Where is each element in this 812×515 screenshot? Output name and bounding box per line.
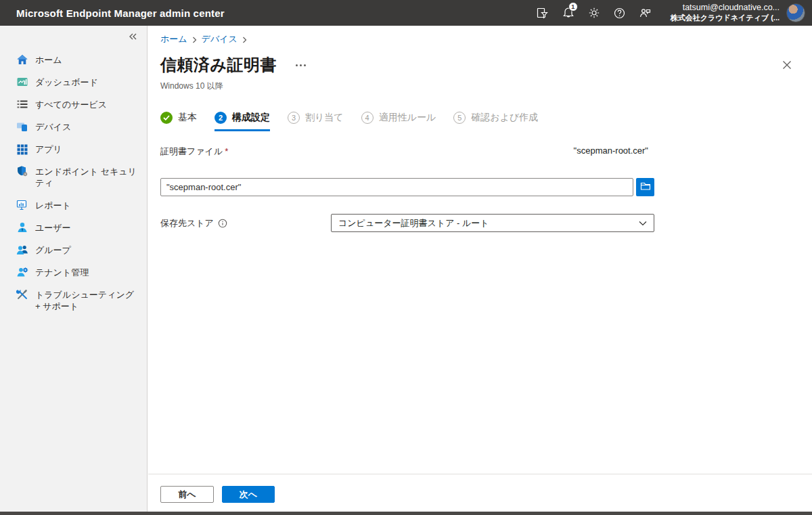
avatar[interactable] — [786, 3, 805, 22]
troubleshooting-icon — [16, 288, 28, 300]
sidebar-item-home[interactable]: ホーム — [0, 49, 147, 71]
tab-review-create[interactable]: 5 確認および作成 — [453, 112, 538, 131]
tab-basics[interactable]: 基本 — [160, 112, 197, 131]
required-marker: * — [225, 146, 228, 156]
destination-store-select[interactable]: コンピューター証明書ストア - ルート — [331, 214, 654, 232]
sidebar-item-label: トラブルシューティング + サポート — [35, 289, 140, 312]
groups-icon — [16, 244, 28, 256]
breadcrumb: ホーム デバイス — [160, 33, 812, 45]
tenant-admin-icon — [16, 266, 28, 278]
user-email: tatsumi@cloudnative.co... — [671, 3, 780, 14]
app-window: Microsoft Endpoint Manager admin center — [0, 0, 812, 515]
endpoint-security-icon — [16, 165, 28, 177]
step-number: 4 — [361, 112, 374, 124]
help-button[interactable] — [607, 0, 633, 26]
topbar: Microsoft Endpoint Manager admin center — [0, 0, 812, 26]
certificate-file-label: 証明書ファイル* — [160, 145, 228, 158]
destination-store-value: コンピューター証明書ストア - ルート — [338, 217, 489, 229]
sidebar-item-groups[interactable]: グループ — [0, 239, 147, 261]
sidebar: ホーム ダッシュボード すべてのサービス デバイス — [0, 26, 148, 512]
page-title: 信頼済み証明書 — [160, 54, 277, 76]
sidebar-item-label: エンドポイント セキュリティ — [35, 166, 140, 189]
step-number: 5 — [453, 112, 466, 124]
directory-filter-button[interactable] — [530, 0, 556, 26]
gear-icon — [588, 7, 600, 19]
sidebar-item-troubleshooting[interactable]: トラブルシューティング + サポート — [0, 284, 147, 317]
certificate-file-input[interactable] — [160, 178, 633, 196]
destination-store-label: 保存先ストア — [160, 217, 214, 229]
account-menu[interactable]: tatsumi@cloudnative.co... 株式会社クラウドネイティブ … — [671, 3, 780, 22]
sidebar-item-reports[interactable]: レポート — [0, 194, 147, 217]
tab-assignments[interactable]: 3 割り当て — [288, 112, 344, 131]
step-number: 3 — [288, 112, 300, 124]
settings-form: 証明書ファイル* "scepman-root.cer" 保存先ストア — [160, 145, 654, 232]
sidebar-item-label: アプリ — [35, 143, 62, 155]
sidebar-collapse-button[interactable] — [128, 32, 137, 41]
sidebar-item-all-services[interactable]: すべてのサービス — [0, 93, 147, 116]
wizard-steps: 基本 2 構成設定 3 割り当て 4 適用性ルール 5 確認および作成 — [160, 112, 812, 131]
page-subtitle: Windows 10 以降 — [160, 81, 812, 92]
settings-button[interactable] — [581, 0, 607, 26]
notifications-button[interactable]: 1 — [556, 0, 581, 26]
all-services-icon — [16, 98, 28, 110]
users-icon — [16, 221, 28, 233]
breadcrumb-devices-link[interactable]: デバイス — [202, 33, 238, 45]
tab-configuration-settings[interactable]: 2 構成設定 — [215, 112, 270, 131]
certificate-file-current-value: "scepman-root.cer" — [574, 145, 654, 156]
tab-applicability-rules[interactable]: 4 適用性ルール — [361, 112, 436, 131]
topbar-actions: 1 — [530, 0, 812, 26]
sidebar-item-label: テナント管理 — [35, 267, 89, 278]
browse-file-button[interactable] — [636, 178, 654, 196]
next-button[interactable]: 次へ — [222, 486, 275, 503]
window-bottom-edge — [0, 512, 812, 515]
sidebar-item-label: レポート — [35, 200, 71, 211]
sidebar-item-apps[interactable]: アプリ — [0, 138, 147, 160]
sidebar-item-users[interactable]: ユーザー — [0, 217, 147, 239]
feedback-button[interactable] — [633, 0, 658, 26]
more-options-icon[interactable] — [293, 62, 309, 69]
apps-icon — [16, 143, 28, 155]
dashboard-icon — [16, 76, 28, 88]
previous-button[interactable]: 前へ — [160, 486, 214, 503]
user-organization: 株式会社クラウドネイティブ (... — [671, 14, 780, 23]
reports-icon — [16, 199, 28, 211]
sidebar-item-tenant-admin[interactable]: テナント管理 — [0, 261, 147, 284]
help-icon — [613, 7, 626, 20]
close-icon[interactable] — [781, 59, 793, 71]
chevron-right-icon — [192, 37, 197, 43]
sidebar-item-label: ダッシュボード — [35, 76, 98, 88]
sidebar-item-label: すべてのサービス — [35, 99, 107, 110]
info-icon[interactable] — [218, 219, 227, 228]
wizard-footer: 前へ 次へ — [148, 474, 812, 512]
step-complete-check-icon — [160, 112, 173, 124]
notification-count-badge: 1 — [568, 2, 578, 12]
sidebar-item-label: デバイス — [35, 121, 71, 133]
sidebar-item-devices[interactable]: デバイス — [0, 116, 147, 138]
chevron-down-icon — [639, 218, 647, 228]
sidebar-item-label: ホーム — [35, 54, 62, 66]
directory-filter-icon — [536, 7, 549, 20]
sidebar-item-endpoint-security[interactable]: エンドポイント セキュリティ — [0, 160, 147, 194]
sidebar-item-dashboard[interactable]: ダッシュボード — [0, 71, 147, 93]
home-icon — [16, 53, 28, 66]
sidebar-item-label: グループ — [35, 244, 71, 256]
main-content: ホーム デバイス 信頼済み証明書 Windows 10 以降 基本 — [148, 26, 812, 512]
step-number: 2 — [215, 112, 227, 124]
chevron-right-icon — [242, 37, 247, 43]
app-title: Microsoft Endpoint Manager admin center — [16, 7, 225, 19]
devices-icon — [16, 120, 28, 133]
sidebar-item-label: ユーザー — [35, 222, 71, 233]
folder-icon — [640, 181, 651, 193]
breadcrumb-home-link[interactable]: ホーム — [160, 33, 187, 45]
feedback-icon — [639, 7, 652, 20]
